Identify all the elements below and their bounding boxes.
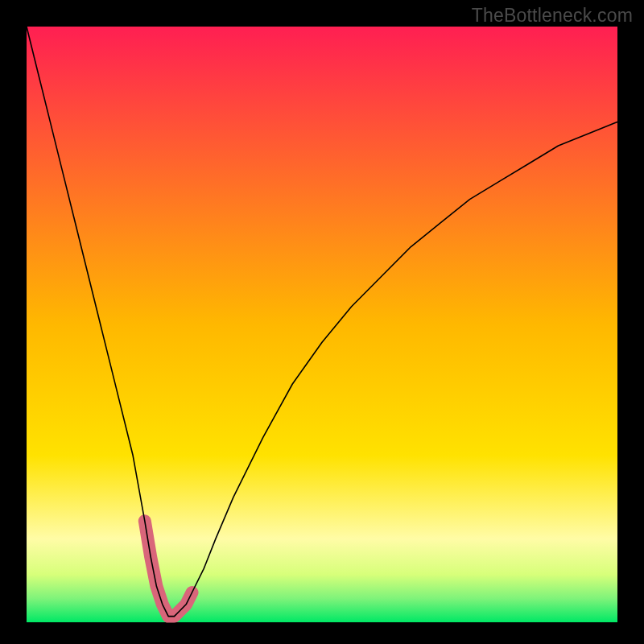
plot-background [27,27,617,622]
watermark-text: TheBottleneck.com [472,5,633,27]
bottleneck-chart [0,0,644,644]
chart-container: TheBottleneck.com [0,0,644,644]
